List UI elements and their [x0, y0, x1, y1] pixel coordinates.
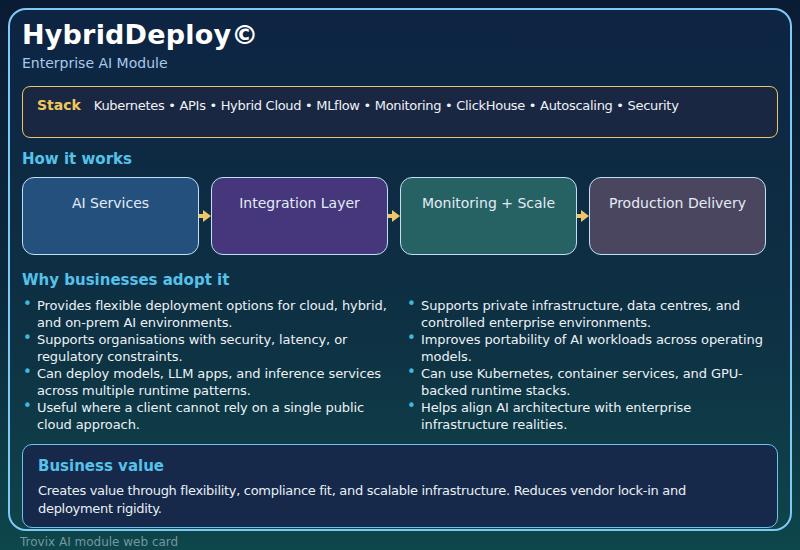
product-card: HybridDeploy© Enterprise AI Module Stack… — [8, 8, 792, 531]
flow-arrow-icon — [199, 177, 211, 255]
flow-arrow-icon — [577, 177, 589, 255]
flow-step-integration-layer: Integration Layer — [211, 177, 388, 255]
flow-step-label: AI Services — [72, 195, 149, 211]
stack-bar: Stack Kubernetes • APIs • Hybrid Cloud •… — [22, 86, 778, 138]
list-item: Improves portability of AI workloads acr… — [406, 331, 778, 365]
stack-label: Stack — [37, 97, 81, 113]
footer-caption: Trovix AI module web card — [20, 535, 178, 549]
page-title: HybridDeploy© — [22, 18, 778, 52]
flow-step-label: Production Delivery — [609, 195, 746, 211]
list-item: Can deploy models, LLM apps, and inferen… — [22, 365, 394, 399]
how-it-works-heading: How it works — [22, 150, 778, 169]
list-item: Supports organisations with security, la… — [22, 331, 394, 365]
list-item: Helps align AI architecture with enterpr… — [406, 399, 778, 433]
list-item: Supports private infrastructure, data ce… — [406, 297, 778, 331]
benefits-list-right: Supports private infrastructure, data ce… — [406, 297, 778, 433]
stack-items-list: Kubernetes • APIs • Hybrid Cloud • MLflo… — [94, 98, 679, 113]
flow-arrow-icon — [388, 177, 400, 255]
list-item: Useful where a client cannot rely on a s… — [22, 399, 394, 433]
list-item: Can use Kubernetes, container services, … — [406, 365, 778, 399]
why-adopt-heading: Why businesses adopt it — [22, 271, 778, 290]
flow-step-label: Integration Layer — [239, 195, 360, 211]
flow-step-label: Monitoring + Scale — [422, 195, 555, 211]
flow-step-monitoring-scale: Monitoring + Scale — [400, 177, 577, 255]
business-value-heading: Business value — [38, 457, 762, 476]
business-value-text: Creates value through flexibility, compl… — [38, 482, 762, 518]
benefits-columns: Provides flexible deployment options for… — [22, 297, 778, 433]
flow-step-production-delivery: Production Delivery — [589, 177, 766, 255]
workflow-diagram: AI Services Integration Layer Monitoring… — [22, 177, 766, 255]
flow-step-ai-services: AI Services — [22, 177, 199, 255]
list-item: Provides flexible deployment options for… — [22, 297, 394, 331]
benefits-list-left: Provides flexible deployment options for… — [22, 297, 394, 433]
business-value-box: Business value Creates value through fle… — [22, 444, 778, 528]
page-subtitle: Enterprise AI Module — [22, 54, 778, 72]
